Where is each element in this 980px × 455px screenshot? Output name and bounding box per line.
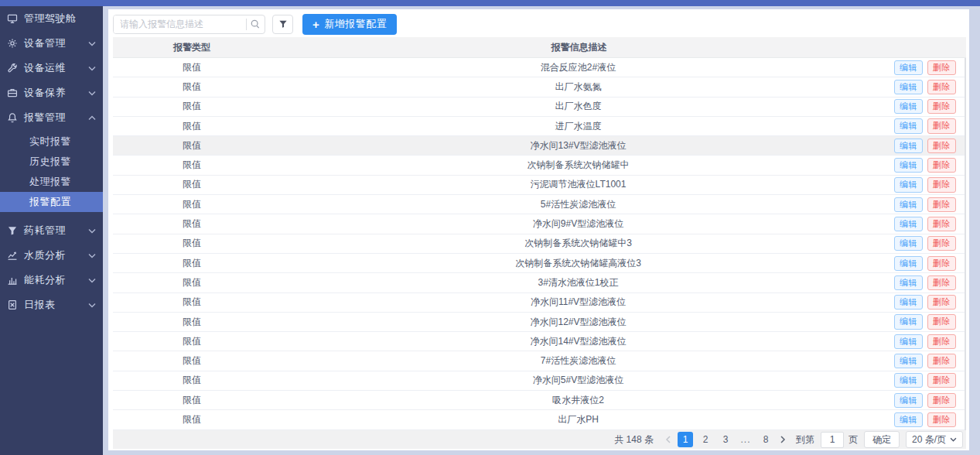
chevron-down-icon [950,437,957,442]
search-icon[interactable] [247,15,265,33]
delete-button[interactable]: 删除 [927,60,956,75]
table-row[interactable]: 限值 3#清水池液位1校正 编辑 删除 [113,273,965,292]
cell-desc: 净水间11#V型滤池液位 [271,296,886,309]
sidebar-item-daily-report[interactable]: 日报表 [0,292,103,317]
table-row[interactable]: 限值 出厂水氨氮 编辑 删除 [113,77,965,97]
edit-button[interactable]: 编辑 [894,118,923,133]
sidebar-item-device-operations[interactable]: 设备运维 [0,56,103,80]
add-alarm-config-button[interactable]: + 新增报警配置 [302,14,397,35]
sidebar-item-energy-analysis[interactable]: 能耗分析 [0,268,103,292]
page-size-select[interactable]: 20 条/页 [906,431,963,448]
top-accent-bar [0,0,980,6]
goto-page-input[interactable] [821,432,844,448]
table-body: 限值 混合反应池2#液位 编辑 删除 限值 出厂水氨氮 编辑 删除 限值 出厂水… [113,58,966,430]
table-row[interactable]: 限值 次钠制备系统次钠储罐高液位3 编辑 删除 [113,254,965,273]
confirm-button[interactable]: 确定 [864,431,900,448]
edit-button[interactable]: 编辑 [894,99,923,114]
edit-button[interactable]: 编辑 [894,314,923,329]
pager-page-1[interactable]: 1 [678,432,693,447]
table-row[interactable]: 限值 出厂水色度 编辑 删除 [113,98,965,117]
edit-button[interactable]: 编辑 [894,393,923,408]
search-box [113,15,265,34]
delete-button[interactable]: 删除 [927,217,956,231]
chevron-down-icon [88,41,96,46]
table-row[interactable]: 限值 7#活性炭滤池液位 编辑 删除 [113,351,965,371]
edit-button[interactable]: 编辑 [894,354,923,368]
edit-button[interactable]: 编辑 [894,334,923,349]
total-count-label: 共 148 条 [614,433,654,446]
delete-button[interactable]: 删除 [927,295,956,310]
search-input[interactable] [114,15,246,33]
table-row[interactable]: 限值 净水间5#V型滤池液位 编辑 删除 [113,371,965,391]
edit-button[interactable]: 编辑 [894,295,923,310]
table-row[interactable]: 限值 污泥调节池液位LT1001 编辑 删除 [113,176,965,195]
pager-page-3[interactable]: 3 [718,432,733,447]
edit-button[interactable]: 编辑 [894,60,923,75]
delete-button[interactable]: 删除 [927,373,956,388]
sidebar-item-history-alarms[interactable]: 历史报警 [0,152,103,172]
sidebar-item-device-maintenance[interactable]: 设备保养 [0,80,103,105]
delete-button[interactable]: 删除 [927,99,956,114]
edit-button[interactable]: 编辑 [894,256,923,271]
table-row[interactable]: 限值 净水间13#V型滤池液位 编辑 删除 [113,136,965,156]
table-row[interactable]: 限值 净水间14#V型滤池液位 编辑 删除 [113,332,965,351]
edit-button[interactable]: 编辑 [894,80,923,94]
table-row[interactable]: 限值 混合反应池2#液位 编辑 删除 [113,58,965,77]
next-page-button[interactable] [776,432,790,447]
delete-button[interactable]: 删除 [927,256,956,271]
cell-type: 限值 [113,237,271,250]
sidebar-item-device-management[interactable]: 设备管理 [0,31,103,56]
delete-button[interactable]: 删除 [927,158,956,173]
edit-button[interactable]: 编辑 [894,275,923,290]
edit-button[interactable]: 编辑 [894,236,923,251]
edit-button[interactable]: 编辑 [894,139,923,153]
delete-button[interactable]: 删除 [927,393,956,408]
table-row[interactable]: 限值 次钠制备系统次钠储罐中3 编辑 删除 [113,234,965,254]
cell-actions: 编辑 删除 [886,354,965,368]
prev-page-button[interactable] [661,432,675,447]
delete-button[interactable]: 删除 [927,412,956,427]
table-row[interactable]: 限值 次钠制备系统次钠储罐中 编辑 删除 [113,156,965,175]
table-row[interactable]: 限值 出厂水PH 编辑 删除 [113,410,965,429]
delete-button[interactable]: 删除 [927,314,956,329]
table-row[interactable]: 限值 净水间9#V型滤池液位 编辑 删除 [113,214,965,234]
cell-actions: 编辑 删除 [886,80,965,94]
cell-actions: 编辑 删除 [886,99,965,114]
sidebar-item-alarm-config[interactable]: 报警配置 [0,192,103,212]
table-row[interactable]: 限值 净水间12#V型滤池液位 编辑 删除 [113,313,965,332]
sidebar-item-realtime-alarms[interactable]: 实时报警 [0,132,103,152]
cell-desc: 次钠制备系统次钠储罐高液位3 [271,257,886,270]
delete-button[interactable]: 删除 [927,177,956,192]
filter-button[interactable] [272,15,293,34]
pager-page-8[interactable]: 8 [758,432,773,447]
gear-icon [7,38,18,49]
table-row[interactable]: 限值 5#活性炭滤池液位 编辑 删除 [113,195,965,214]
edit-button[interactable]: 编辑 [894,217,923,231]
sidebar-item-dashboard[interactable]: 管理驾驶舱 [0,6,103,31]
delete-button[interactable]: 删除 [927,118,956,133]
delete-button[interactable]: 删除 [927,236,956,251]
cell-desc: 净水间12#V型滤池液位 [271,316,886,329]
edit-button[interactable]: 编辑 [894,177,923,192]
edit-button[interactable]: 编辑 [894,197,923,212]
pager-page-2[interactable]: 2 [698,432,713,447]
sidebar-item-alarm-management[interactable]: 报警管理 [0,105,103,130]
table-row[interactable]: 限值 净水间11#V型滤池液位 编辑 删除 [113,293,965,313]
sidebar-item-label: 设备运维 [24,61,88,75]
delete-button[interactable]: 删除 [927,197,956,212]
delete-button[interactable]: 删除 [927,354,956,368]
table-row[interactable]: 限值 进厂水温度 编辑 删除 [113,117,965,136]
sidebar-item-chemical-consumption[interactable]: 药耗管理 [0,218,103,243]
table-row[interactable]: 限值 吸水井液位2 编辑 删除 [113,391,965,410]
sidebar-item-handle-alarms[interactable]: 处理报警 [0,172,103,192]
cell-desc: 3#清水池液位1校正 [271,276,886,289]
delete-button[interactable]: 删除 [927,139,956,153]
edit-button[interactable]: 编辑 [894,373,923,388]
sidebar-item-water-quality[interactable]: 水质分析 [0,243,103,268]
edit-button[interactable]: 编辑 [894,158,923,173]
delete-button[interactable]: 删除 [927,334,956,349]
chevron-down-icon [88,278,96,283]
delete-button[interactable]: 删除 [927,80,956,94]
delete-button[interactable]: 删除 [927,275,956,290]
edit-button[interactable]: 编辑 [894,412,923,427]
